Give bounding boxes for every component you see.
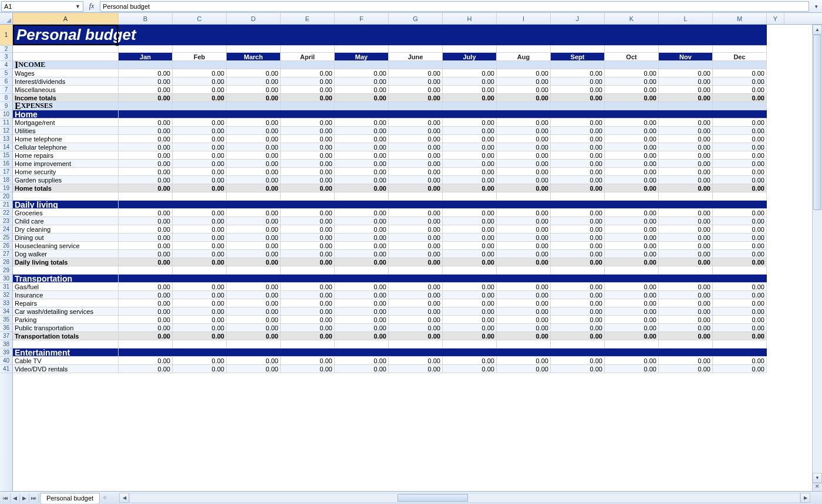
cell-A38[interactable] (13, 340, 119, 349)
cell-A20[interactable] (13, 192, 119, 201)
subsection-entertainment[interactable]: Entertainment (13, 349, 119, 357)
label-dining-out[interactable]: Dining out (13, 234, 119, 242)
row-header-38[interactable]: 38 (0, 340, 12, 349)
name-box[interactable]: A1 ▼ (1, 1, 83, 12)
tab-last-icon[interactable]: ⏭ (29, 493, 39, 503)
vscroll-thumb[interactable] (813, 35, 821, 210)
tab-first-icon[interactable]: ⏮ (1, 493, 11, 503)
row-header-11[interactable]: 11 (0, 119, 12, 127)
column-header-J[interactable]: J (551, 13, 605, 24)
row-header-3[interactable]: 3 (0, 53, 12, 61)
row-header-12[interactable]: 12 (0, 127, 12, 135)
label-interest-dividends[interactable]: Interest/dividends (13, 77, 119, 86)
row-header-7[interactable]: 7 (0, 86, 12, 94)
column-header-F[interactable]: F (335, 13, 389, 24)
horizontal-scrollbar[interactable]: ◀ ▶ (119, 493, 810, 503)
row-header-9[interactable]: 9 (0, 102, 12, 110)
label-car-wash-detailing-services[interactable]: Car wash/detailing services (13, 307, 119, 316)
formula-input[interactable] (100, 1, 809, 12)
row-header-22[interactable]: 22 (0, 209, 12, 217)
month-header-Dec[interactable]: Dec (713, 53, 767, 61)
row-header-13[interactable]: 13 (0, 135, 12, 143)
scroll-up-icon[interactable]: ▲ (813, 25, 822, 35)
month-header-Aug[interactable]: Aug (497, 53, 551, 61)
row-header-20[interactable]: 20 (0, 192, 12, 201)
row-header-30[interactable]: 30 (0, 275, 12, 283)
new-sheet-icon[interactable]: ✧ (102, 494, 107, 502)
row-header-4[interactable]: 4 (0, 61, 12, 69)
label-home-repairs[interactable]: Home repairs (13, 151, 119, 160)
row-header-24[interactable]: 24 (0, 225, 12, 234)
label-home-security[interactable]: Home security (13, 168, 119, 176)
column-header-D[interactable]: D (227, 13, 281, 24)
tab-next-icon[interactable]: ▶ (20, 493, 29, 503)
row-header-36[interactable]: 36 (0, 324, 12, 332)
row-header-17[interactable]: 17 (0, 168, 12, 176)
column-header-I[interactable]: I (497, 13, 551, 24)
label-mortgage-rent[interactable]: Mortgage/rent (13, 119, 119, 127)
scroll-down-icon[interactable]: ▼ (813, 473, 822, 483)
column-header-C[interactable]: C (173, 13, 227, 24)
label-dry-cleaning[interactable]: Dry cleaning (13, 225, 119, 234)
month-header-Nov[interactable]: Nov (659, 53, 713, 61)
cell-A29[interactable] (13, 266, 119, 275)
label-home-totals[interactable]: Home totals (13, 184, 119, 192)
subsection-daily-living[interactable]: Daily living (13, 201, 119, 209)
row-header-29[interactable]: 29 (0, 266, 12, 275)
tab-prev-icon[interactable]: ◀ (11, 493, 20, 503)
scroll-right-icon[interactable]: ▶ (800, 493, 810, 503)
cell-A2[interactable] (13, 46, 119, 53)
label-miscellaneous[interactable]: Miscellaneous (13, 86, 119, 94)
vscroll-track[interactable] (813, 35, 822, 473)
section-expenses[interactable]: EXPENSES (13, 102, 119, 110)
spreadsheet-grid[interactable]: Personal budgetJanFebMarchAprilMayJuneJu… (13, 25, 812, 491)
label-garden-supplies[interactable]: Garden supplies (13, 176, 119, 184)
row-header-25[interactable]: 25 (0, 234, 12, 242)
row-header-26[interactable]: 26 (0, 242, 12, 250)
label-income-totals[interactable]: Income totals (13, 94, 119, 102)
subsection-transportation[interactable]: Transportation (13, 275, 119, 283)
month-header-June[interactable]: June (389, 53, 443, 61)
label-public-transportation[interactable]: Public transportation (13, 324, 119, 332)
vscroll-close-icon[interactable]: ✕ (813, 483, 822, 491)
row-header-34[interactable]: 34 (0, 307, 12, 316)
row-header-2[interactable]: 2 (0, 46, 12, 53)
column-header-E[interactable]: E (281, 13, 335, 24)
row-header-18[interactable]: 18 (0, 176, 12, 184)
row-header-8[interactable]: 8 (0, 94, 12, 102)
month-header-Oct[interactable]: Oct (605, 53, 659, 61)
row-header-1[interactable]: 1 (0, 25, 12, 46)
title-cell[interactable]: Personal budget (13, 25, 767, 46)
row-header-16[interactable]: 16 (0, 160, 12, 168)
row-header-5[interactable]: 5 (0, 69, 12, 77)
fx-icon[interactable]: fx (86, 2, 97, 11)
label-gas-fuel[interactable]: Gas/fuel (13, 283, 119, 291)
name-box-dropdown-icon[interactable]: ▼ (75, 4, 80, 9)
row-header-32[interactable]: 32 (0, 291, 12, 299)
label-insurance[interactable]: Insurance (13, 291, 119, 299)
subsection-home[interactable]: Home (13, 110, 119, 119)
vertical-scrollbar[interactable]: ▲ ▼ ✕ (812, 25, 822, 491)
hscroll-thumb[interactable] (397, 494, 468, 502)
month-header-Sept[interactable]: Sept (551, 53, 605, 61)
column-header-G[interactable]: G (389, 13, 443, 24)
column-header-H[interactable]: H (443, 13, 497, 24)
label-home-improvement[interactable]: Home improvement (13, 160, 119, 168)
column-header-L[interactable]: L (659, 13, 713, 24)
label-utilities[interactable]: Utilities (13, 127, 119, 135)
scroll-left-icon[interactable]: ◀ (119, 493, 129, 503)
row-header-37[interactable]: 37 (0, 332, 12, 340)
label-child-care[interactable]: Child care (13, 217, 119, 225)
formula-bar-expand-icon[interactable]: ▾ (811, 4, 821, 9)
month-header-Feb[interactable]: Feb (173, 53, 227, 61)
month-header-Jan[interactable]: Jan (119, 53, 173, 61)
column-header-M[interactable]: M (713, 13, 767, 24)
row-header-40[interactable]: 40 (0, 357, 12, 365)
row-header-28[interactable]: 28 (0, 258, 12, 266)
label-transportation-totals[interactable]: Transportation totals (13, 332, 119, 340)
label-home-telephone[interactable]: Home telephone (13, 135, 119, 143)
row-header-33[interactable]: 33 (0, 299, 12, 307)
row-header-31[interactable]: 31 (0, 283, 12, 291)
label-repairs[interactable]: Repairs (13, 299, 119, 307)
row-header-6[interactable]: 6 (0, 77, 12, 86)
